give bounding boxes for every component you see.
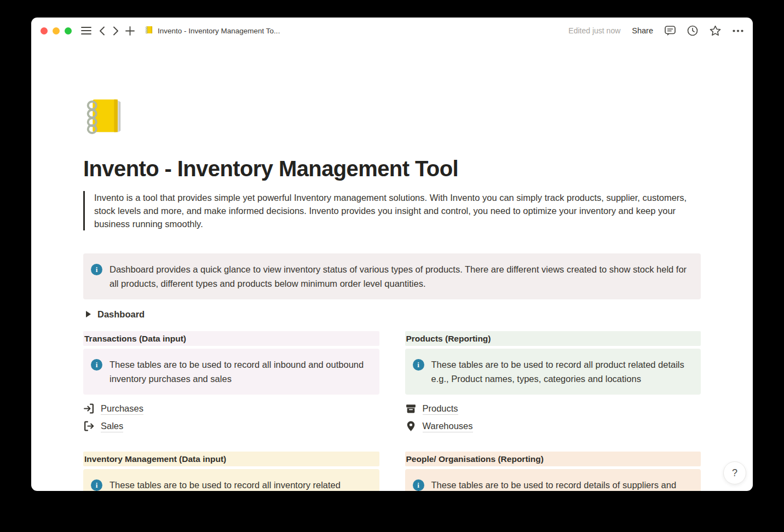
sections-grid: Transactions (Data input) i These tables… <box>83 331 701 491</box>
transactions-callout-text: These tables are to be used to record al… <box>109 357 371 386</box>
export-door-icon <box>83 420 95 432</box>
section-products: Products (Reporting) i These tables are … <box>405 331 701 435</box>
traffic-lights <box>41 27 72 34</box>
edited-status: Edited just now <box>568 26 620 35</box>
zoom-window-button[interactable] <box>65 27 72 34</box>
titlebar-actions: Edited just now Share <box>568 25 743 36</box>
section-header-people-organisations[interactable]: People/ Organisations (Reporting) <box>405 452 701 466</box>
inventory-management-callout-text: These tables are to be used to record al… <box>109 478 371 491</box>
close-window-button[interactable] <box>41 27 48 34</box>
warehouses-link-label[interactable]: Warehouses <box>423 420 473 432</box>
dashboard-info-text: Dashboard provides a quick glance to vie… <box>109 262 692 291</box>
history-clock-icon[interactable] <box>687 25 698 36</box>
forward-icon[interactable] <box>113 26 119 36</box>
dashboard-info-callout: i Dashboard provides a quick glance to v… <box>83 253 701 299</box>
dashboard-toggle-label: Dashboard <box>97 309 145 320</box>
page-link-sales[interactable]: Sales <box>83 417 379 435</box>
help-button[interactable]: ? <box>723 461 746 484</box>
section-header-transactions[interactable]: Transactions (Data input) <box>83 331 379 346</box>
location-pin-icon <box>405 420 417 432</box>
info-icon: i <box>413 359 424 371</box>
info-icon: i <box>91 479 102 491</box>
info-icon: i <box>91 359 102 371</box>
products-callout: i These tables are to be used to record … <box>405 349 701 395</box>
back-icon[interactable] <box>99 26 105 36</box>
favorite-star-icon[interactable] <box>710 25 721 36</box>
people-organisations-callout: i These tables are to be used to record … <box>405 469 701 491</box>
products-callout-text: These tables are to be used to record al… <box>431 357 693 386</box>
new-tab-icon[interactable] <box>125 26 135 36</box>
dashboard-toggle[interactable]: Dashboard <box>83 307 701 322</box>
transactions-links: Purchases Sales <box>83 400 379 435</box>
people-organisations-callout-text: These tables are to be used to record de… <box>431 478 693 491</box>
page-icon-notebook[interactable] <box>83 94 126 137</box>
share-button[interactable]: Share <box>632 26 653 35</box>
sales-link-label[interactable]: Sales <box>101 420 123 432</box>
info-icon: i <box>91 264 102 275</box>
import-door-icon <box>83 403 95 414</box>
toggle-triangle-icon[interactable] <box>86 311 91 317</box>
section-transactions: Transactions (Data input) i These tables… <box>83 331 379 435</box>
tab-title: Invento - Inventory Management To... <box>158 27 280 35</box>
inventory-management-callout: i These tables are to be used to record … <box>83 469 379 491</box>
products-link-label[interactable]: Products <box>423 402 458 415</box>
archive-box-icon <box>405 403 417 414</box>
page-link-warehouses[interactable]: Warehouses <box>405 417 701 435</box>
notebook-emoji-icon <box>145 25 154 37</box>
page-content: Invento - Inventory Management Tool Inve… <box>83 94 701 491</box>
comments-icon[interactable] <box>665 26 676 36</box>
page-tab[interactable]: Invento - Inventory Management To... <box>145 25 280 37</box>
section-people-organisations: People/ Organisations (Reporting) i Thes… <box>405 452 701 491</box>
transactions-callout: i These tables are to be used to record … <box>83 349 379 395</box>
section-inventory-management: Inventory Management (Data input) i Thes… <box>83 452 379 491</box>
page-title: Invento - Inventory Management Tool <box>83 157 701 181</box>
sidebar-menu-icon[interactable] <box>81 26 91 35</box>
products-links: Products Warehouses <box>405 400 701 435</box>
app-window: Invento - Inventory Management To... Edi… <box>31 18 753 491</box>
minimize-window-button[interactable] <box>53 27 60 34</box>
section-header-inventory-management[interactable]: Inventory Management (Data input) <box>83 452 379 466</box>
info-icon: i <box>413 479 424 491</box>
section-header-products[interactable]: Products (Reporting) <box>405 331 701 346</box>
page-link-purchases[interactable]: Purchases <box>83 400 379 417</box>
title-bar: Invento - Inventory Management To... Edi… <box>31 18 753 44</box>
intro-quote: Invento is a tool that provides simple y… <box>83 191 701 230</box>
page-link-products[interactable]: Products <box>405 400 701 417</box>
more-options-icon[interactable] <box>733 30 743 32</box>
purchases-link-label[interactable]: Purchases <box>101 402 143 415</box>
